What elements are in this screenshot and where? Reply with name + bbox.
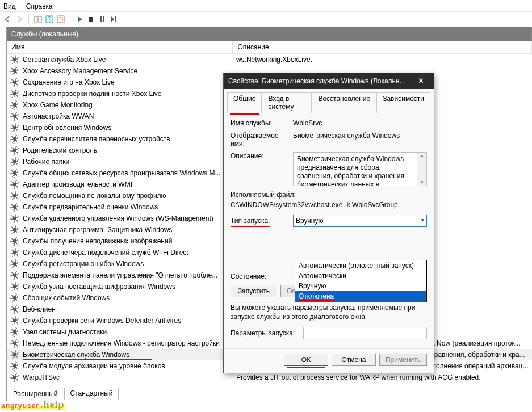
back-icon[interactable] <box>3 15 12 24</box>
params-note: Вы можете указать параметры запуска, при… <box>231 303 427 321</box>
description-textbox[interactable]: Биометрическая служба Windows предназнач… <box>293 152 427 186</box>
scrollbar[interactable]: ▴▾ <box>417 153 426 186</box>
service-name: Поддержка элемента панели управления "От… <box>23 271 217 279</box>
option-auto[interactable]: Автоматически <box>295 271 426 281</box>
service-name: Сохранение игр на Xbox Live <box>23 78 115 86</box>
table-row[interactable]: Сетевая служба Xbox Livews.Networking.Xb… <box>7 54 532 66</box>
gear-icon <box>10 66 19 75</box>
option-auto-delayed[interactable]: Автоматически (отложенный запуск) <box>295 260 426 271</box>
stop-icon[interactable] <box>86 15 95 24</box>
option-manual[interactable]: Вручную <box>295 281 426 291</box>
service-name: Служба диспетчера подключений служб Wi-F… <box>23 249 188 257</box>
service-name: Служба модуля архивации на уровне блоков <box>23 362 165 370</box>
option-disabled[interactable]: Отключена <box>295 291 426 302</box>
label-startup-type: Тип запуска: <box>231 217 270 225</box>
gear-icon <box>10 373 19 382</box>
service-name: Родительский контроль <box>23 146 97 154</box>
svg-rect-4 <box>57 16 64 23</box>
service-name: Узел системы диагностики <box>23 328 107 336</box>
label-start-params: Параметры запуска: <box>231 329 299 337</box>
service-name: Сборщик событий Windows <box>23 294 110 302</box>
menu-bar: Вид Справка <box>0 0 532 11</box>
apply-button: Применить <box>379 354 427 366</box>
service-name: Сетевая служба Xbox Live <box>23 56 106 64</box>
ok-button[interactable]: ОК <box>284 354 328 366</box>
cancel-button[interactable]: Отмена <box>332 354 376 366</box>
service-name: Служба помощника по локальному профилю <box>23 192 166 200</box>
label-state: Состояние: <box>231 272 288 280</box>
gear-icon <box>10 350 19 359</box>
properties-dialog: Свойства: Биометрическая служба Windows … <box>223 73 434 373</box>
service-name: Служба узла поставщика шифрования Window… <box>23 283 175 291</box>
refresh-icon[interactable] <box>56 15 65 24</box>
service-name: WarpJITSvc <box>23 373 60 381</box>
service-name: Диспетчер проверки подлинности Xbox Live <box>23 90 162 98</box>
service-name: Биометрическая служба Windows <box>23 351 129 359</box>
menu-help[interactable]: Справка <box>26 2 53 10</box>
tab-dependencies[interactable]: Зависимости <box>376 92 430 113</box>
close-icon[interactable]: ✕ <box>412 77 429 85</box>
dialog-title: Свойства: Биометрическая служба Windows … <box>228 77 408 85</box>
gear-icon <box>10 327 19 337</box>
tab-recovery[interactable]: Восстановление <box>312 92 376 113</box>
svg-rect-1 <box>39 16 41 22</box>
gear-icon <box>10 89 19 98</box>
gear-icon <box>10 271 19 280</box>
start-params-input[interactable] <box>303 327 427 339</box>
menu-view[interactable]: Вид <box>3 2 16 10</box>
gear-icon <box>10 305 19 314</box>
service-name: Антивирусная программа "Защитника Window… <box>23 226 175 234</box>
service-name: Службы получения неподвижных изображений <box>23 237 172 245</box>
gear-icon <box>10 339 19 348</box>
svg-rect-7 <box>103 16 104 22</box>
gear-icon <box>10 55 19 64</box>
gear-icon <box>10 123 19 132</box>
service-name: Автонастройка WWAN <box>23 112 94 120</box>
gear-icon <box>10 361 19 371</box>
svg-rect-0 <box>35 16 37 22</box>
help-icon[interactable]: ? <box>45 15 54 24</box>
chevron-down-icon: ▾ <box>421 217 424 223</box>
gear-icon <box>10 146 19 155</box>
service-name: Служба перечислителя переносных устройст… <box>23 135 170 143</box>
restart-icon[interactable] <box>109 15 118 24</box>
gear-icon <box>10 191 19 200</box>
service-name: Xbox Accessory Management Service <box>23 67 137 75</box>
service-name: Служба предварительной оценки Windows <box>23 203 158 211</box>
dialog-tabs: Общие Вход в систему Восстановление Зави… <box>224 89 434 113</box>
startup-type-dropdown[interactable]: Автоматически (отложенный запуск) Автома… <box>295 260 427 302</box>
gear-icon <box>10 100 19 110</box>
toolbar: ? <box>0 12 532 27</box>
gear-icon <box>10 259 19 268</box>
start-icon[interactable] <box>75 15 84 24</box>
service-name: Рабочие папки <box>23 158 69 166</box>
svg-text:?: ? <box>48 15 52 23</box>
pause-icon[interactable] <box>98 15 107 24</box>
startup-type-select[interactable]: Вручную ▾ <box>293 215 427 227</box>
value-executable: C:\WINDOWS\system32\svchost.exe -k WbioS… <box>231 201 398 209</box>
value-display-name: Биометрическая служба Windows <box>293 132 427 140</box>
column-header-name[interactable]: Имя <box>7 41 233 54</box>
column-header-description[interactable]: Описание <box>233 41 532 54</box>
forward-icon[interactable] <box>15 15 24 24</box>
gear-icon <box>10 282 19 291</box>
gear-icon <box>10 169 19 178</box>
tab-general[interactable]: Общие <box>227 92 262 113</box>
svg-rect-5 <box>89 17 93 22</box>
label-description: Описание: <box>231 152 288 160</box>
svg-rect-6 <box>100 16 102 22</box>
gear-icon <box>10 293 19 302</box>
show-hide-icon[interactable] <box>33 15 43 24</box>
label-executable: Исполняемый файл: <box>231 191 296 199</box>
start-button[interactable]: Запустить <box>231 285 277 297</box>
service-name: Веб-клиент <box>23 305 58 313</box>
tab-logon[interactable]: Вход в систему <box>262 92 312 113</box>
dialog-titlebar[interactable]: Свойства: Биометрическая служба Windows … <box>224 73 434 89</box>
service-name: Немедленные подключения Windows - регист… <box>23 339 220 347</box>
service-name: Служба общих сетевых ресурсов проигрыват… <box>23 169 220 177</box>
tab-standard[interactable]: Стандартный <box>64 388 119 400</box>
service-name: Центр обновления Windows <box>23 124 111 132</box>
gear-icon <box>10 78 19 87</box>
gear-icon <box>10 214 19 223</box>
service-name: Xbox Game Monitoring <box>23 101 93 109</box>
